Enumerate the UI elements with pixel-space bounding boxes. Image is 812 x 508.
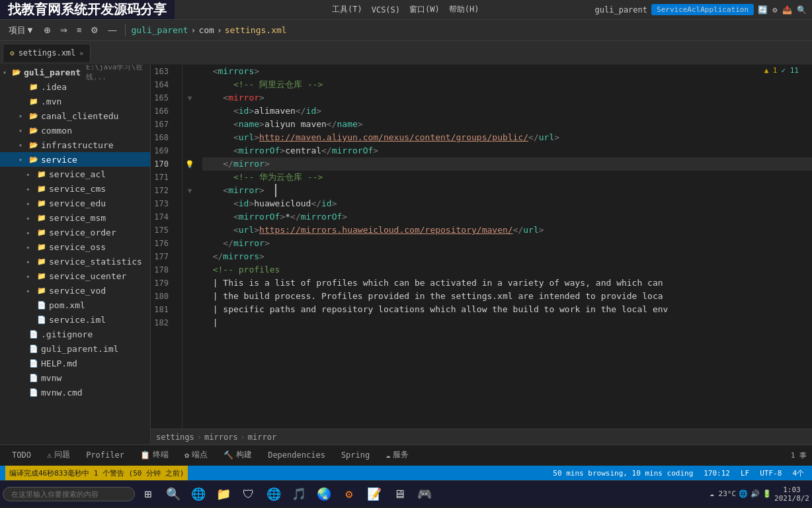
tab-todo[interactable]: TODO [5,448,38,464]
tab-endpoints[interactable]: ✿ 端点 [178,446,214,464]
breadcrumb-part2[interactable]: com [198,25,214,35]
sidebar-item-canal[interactable]: ▾ 📂 canal_clientedu [0,108,150,123]
code-line-180: | the build process. Profiles provided i… [202,290,812,303]
line-num-165: 165 [151,91,174,105]
sidebar-item-service-iml[interactable]: 📄 service.iml [0,312,150,327]
tab-services[interactable]: ☁ 服务 [379,446,415,464]
sidebar-item-mvn[interactable]: 📁 .mvn [0,94,150,108]
code-area[interactable]: <mirrors> <!-- 阿里云仓库 --> <mirror> <id>al… [197,65,812,429]
taskbar-browser[interactable]: 🌐 [188,484,209,505]
editor-content[interactable]: 163 164 165 166 167 168 169 170 171 172 … [151,65,812,429]
endpoint-icon: ✿ [184,450,189,460]
taskbar-weather: ☁ 23°C [710,489,736,498]
sidebar-item-guli-parent-iml[interactable]: 📄 guli_parent.iml [0,341,150,356]
menu-window[interactable]: 窗口(W) [407,3,442,17]
code-line-170: </mirror> [202,157,812,171]
gutter-182 [183,316,197,329]
app-label[interactable]: ServiceAclApplication [651,4,754,15]
minimize-panel-btn[interactable]: — [104,23,120,37]
breadcrumb-part3[interactable]: settings.xml [225,25,287,35]
tree-label: .mvn [41,97,61,106]
tree-label: guli_parent [24,67,81,77]
taskbar-edge[interactable]: 🌐 [263,484,284,505]
breadcrumb-mirrors[interactable]: mirrors [204,433,238,442]
taskbar-terminal[interactable]: 🖥 [389,484,410,505]
bottom-panel: TODO ⚠ 问题 Profiler 📋 终端 ✿ 端点 🔨 构建 Depend… [0,444,812,466]
cloud-icon: ☁ [386,450,390,460]
taskbar-game[interactable]: 🎮 [414,484,435,505]
arrow-icon: ▸ [26,273,34,280]
sidebar-item-service-edu[interactable]: ▸ 📁 service_edu [0,196,150,210]
sidebar-item-pom-xml[interactable]: 📄 pom.xml [0,298,150,312]
taskbar-search[interactable] [3,487,135,501]
taskbar-vscode[interactable]: 📝 [364,484,385,505]
encoding[interactable]: UTF-8 [757,469,784,478]
gutter-177 [183,250,197,263]
title-bar: 找教育网系统开发源码分享 工具(T) VCS(S) 窗口(W) 帮助(H) gu… [0,0,812,20]
collapse-btn[interactable]: ≡ [73,23,85,37]
sidebar-item-service-cms[interactable]: ▸ 📁 service_cms [0,181,150,196]
sidebar-item-service-order[interactable]: ▸ 📁 service_order [0,225,150,239]
menu-vcs[interactable]: VCS(S) [369,4,403,16]
sidebar-item-service-oss[interactable]: ▸ 📁 service_oss [0,239,150,254]
gutter-175 [183,224,197,237]
breadcrumb-mirror[interactable]: mirror [248,433,276,442]
sidebar-item-help-md[interactable]: 📄 HELP.md [0,356,150,370]
taskbar-clock[interactable]: 1:03 2021/8/2 [774,486,809,503]
cursor-position[interactable]: 170:12 [701,469,733,478]
taskbar-network[interactable]: 🌐 [739,489,748,498]
taskbar-shield[interactable]: 🛡 [238,484,259,505]
tab-dependencies[interactable]: Dependencies [261,448,332,464]
menu-tools[interactable]: 工具(T) [329,3,365,17]
sidebar-item-service-ucenter[interactable]: ▸ 📁 service_ucenter [0,269,150,283]
settings-btn[interactable]: ⚙ [87,23,102,37]
spaces[interactable]: 4个 [790,468,807,478]
ok-indicator: ✓ 11 [782,66,799,75]
project-dropdown[interactable]: 项目▼ [5,22,38,38]
add-btn[interactable]: ⊕ [40,23,54,37]
taskbar-search-btn[interactable]: 🔍 [163,484,184,505]
sidebar-item-service[interactable]: ▾ 📂 service [0,152,150,167]
tab-settings-xml[interactable]: ⚙ settings.xml ✕ [3,44,91,62]
sidebar-item-service-statistics[interactable]: ▸ 📁 service_statistics [0,254,150,269]
taskbar-start-btn[interactable]: ⊞ [138,484,159,505]
taskbar-globe[interactable]: 🌏 [313,484,335,505]
menu-help[interactable]: 帮助(H) [446,3,482,17]
sidebar-item-mvnw-cmd[interactable]: 📄 mvnw.cmd [0,385,150,400]
gutter-170[interactable]: 💡 [183,157,197,171]
build-icon: 🔨 [223,450,233,460]
taskbar-music[interactable]: 🎵 [288,484,309,505]
tab-build[interactable]: 🔨 构建 [217,446,259,464]
taskbar-volume[interactable]: 🔊 [751,489,760,498]
tab-close-btn[interactable]: ✕ [79,50,83,57]
breadcrumb-bar: settings › mirrors › mirror [151,429,812,444]
tab-spring[interactable]: Spring [335,448,376,464]
taskbar-files[interactable]: 📁 [213,484,234,505]
sidebar-item-gitignore[interactable]: 📄 .gitignore [0,327,150,341]
sidebar-item-service-msm[interactable]: ▸ 📁 service_msm [0,210,150,225]
line-ending[interactable]: LF [738,469,752,478]
sidebar-item-service-vod[interactable]: ▸ 📁 service_vod [0,283,150,298]
taskbar-intellij[interactable]: ⚙ [339,484,360,505]
gutter-181 [183,303,197,316]
sidebar-item-guli-parent[interactable]: ▾ 📂 guli_parent E:\java学习\在线... [0,65,150,79]
code-line-181: | specific paths and repository location… [202,303,812,316]
gutter-166 [183,105,197,118]
code-line-179: | This is a list of profiles which can b… [202,276,812,290]
tab-problems[interactable]: ⚠ 问题 [40,446,77,464]
sync-btn[interactable]: ⇒ [57,23,71,37]
tab-profiler[interactable]: Profiler [79,448,131,464]
tab-terminal[interactable]: 📋 终端 [134,446,175,464]
username-label: guli_parent [595,5,647,15]
line-num-172: 172 [151,184,174,197]
line-num-178: 178 [151,263,174,276]
sidebar-item-infrastructure[interactable]: ▾ 📂 infrastructure [0,138,150,152]
breadcrumb-settings[interactable]: settings [156,433,194,442]
breadcrumb-part1[interactable]: guli_parent [131,25,188,35]
sidebar-item-common[interactable]: ▾ 📂 common [0,123,150,138]
sidebar-item-mvnw[interactable]: 📄 mvnw [0,370,150,385]
sidebar-item-service-acl[interactable]: ▸ 📁 service_acl [0,167,150,181]
folder-icon: 📁 [37,286,46,295]
warning-indicator: ▲ 1 [764,66,778,75]
browsing-time[interactable]: 50 mins browsing, 10 mins coding [550,469,696,478]
